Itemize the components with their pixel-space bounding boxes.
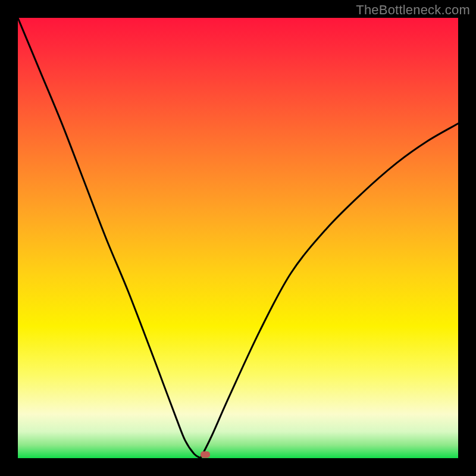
curve-right-branch (201, 124, 458, 458)
chart-frame: TheBottleneck.com (0, 0, 476, 476)
gradient-plot-area (18, 18, 458, 458)
curve-left-branch (18, 18, 201, 458)
bottleneck-curve (18, 18, 458, 458)
bottleneck-marker (201, 452, 210, 458)
watermark-text: TheBottleneck.com (356, 2, 470, 18)
